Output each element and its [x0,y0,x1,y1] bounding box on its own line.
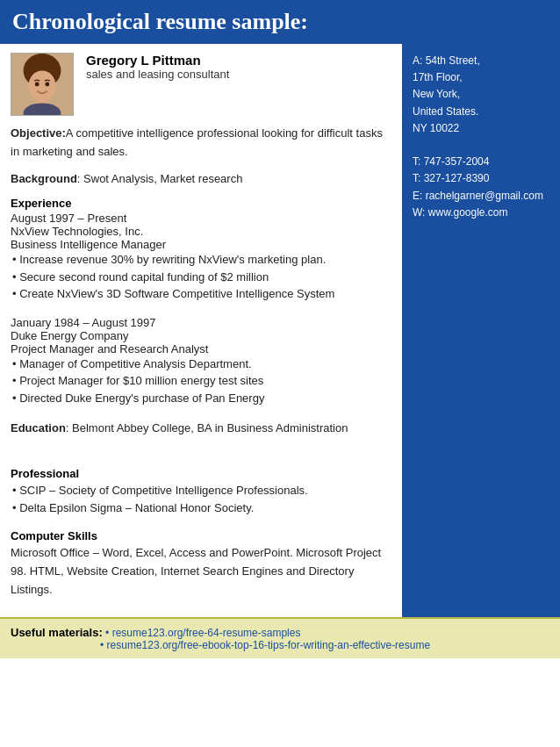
education-text: : Belmont Abbey College, BA in Business … [66,421,348,435]
job-1-bullet-2: • Secure second round capital funding of… [12,269,391,286]
professional-heading: Professional [11,467,391,480]
email-value: rachelgarner@gmail.com [426,190,543,202]
contact-phone2: T: 327-127-8390 [413,170,549,187]
job-1: August 1997 – Present NxView Technologie… [11,212,391,303]
contact-web: W: www.google.com [413,205,549,221]
job-2-company: Duke Energy Company [11,329,391,342]
job-1-bullet-3: • Create NxView's 3D Software Competitiv… [12,285,391,303]
computer-skills-section: Computer Skills Microsoft Office – Word,… [11,529,391,599]
footer-link-2[interactable]: • resume123.org/free-ebook-top-16-tips-f… [100,639,430,651]
education-label: Education [11,421,66,435]
education-section: Education: Belmont Abbey College, BA in … [11,420,391,438]
objective-text: A competitive intelligence professional … [11,126,383,158]
page-title: Chronological resume sample: [0,0,560,44]
job-1-company: NxView Technologies, Inc. [11,225,391,238]
professional-bullet-2: • Delta Epsilon Sigma – National Honor S… [12,499,391,517]
job-1-date: August 1997 – Present [11,212,391,225]
svg-point-2 [28,70,55,101]
professional-bullet-1: • SCIP – Society of Competitive Intellig… [12,482,391,499]
contact-email: E: rachelgarner@gmail.com [413,188,549,205]
contact-address-3: New York, [413,86,549,103]
job-2-bullet-3: • Directed Duke Energy's purchase of Pan… [12,390,391,407]
web-value: www.google.com [428,206,508,219]
contact-address-1: A: 54th Street, [413,53,549,69]
phone1-label: T: [413,155,420,168]
footer-section: Useful materials: • resume123.org/free-6… [0,617,560,658]
person-name: Gregory L Pittman [86,53,229,68]
contact-address-2: 17th Floor, [413,69,549,86]
objective-section: Objective:A competitive intelligence pro… [11,125,391,162]
job-2: January 1984 – August 1997 Duke Energy C… [11,316,391,407]
contact-address-5: NY 10022 [413,120,549,137]
phone2-label: T: [413,172,420,184]
background-section: Background: Swot Analysis, Market resear… [11,170,391,189]
background-label: Background [11,172,77,185]
email-label: E: [413,190,422,202]
person-role: sales and leasing consultant [86,68,229,81]
phone2-value: 327-127-8390 [424,172,490,184]
objective-label: Objective: [11,126,66,140]
name-title: Gregory L Pittman sales and leasing cons… [86,53,229,81]
job-2-date: January 1984 – August 1997 [11,316,391,329]
footer-link-1[interactable]: • resume123.org/free-64-resume-samples [105,627,300,639]
job-2-bullet-1: • Manager of Competitive Analysis Depart… [12,356,391,373]
phone1-value: 747-357-2004 [424,155,490,168]
contact-phone1: T: 747-357-2004 [413,154,549,170]
background-text: : Swot Analysis, Market research [77,172,243,185]
job-1-bullet-1: • Increase revenue 30% by rewriting NxVi… [12,251,391,269]
svg-point-5 [35,83,39,87]
job-2-bullet-2: • Project Manager for $10 million energy… [12,372,391,390]
avatar [11,53,74,116]
web-label: W: [413,206,425,219]
computer-skills-heading: Computer Skills [11,529,97,542]
job-1-role: Business Intelligence Manager [11,238,391,251]
contact-address-4: United States. [413,104,549,120]
contact-sidebar: A: 54th Street, 17th Floor, New York, Un… [402,44,560,617]
job-2-role: Project Manager and Research Analyst [11,342,391,356]
computer-skills-text: Microsoft Office – Word, Excel, Access a… [11,544,391,599]
resume-header: Gregory L Pittman sales and leasing cons… [11,53,391,116]
svg-point-6 [45,83,49,87]
resume-body: Gregory L Pittman sales and leasing cons… [0,44,402,617]
experience-heading: Experience [11,197,391,210]
footer-label: Useful materials: [11,626,103,639]
